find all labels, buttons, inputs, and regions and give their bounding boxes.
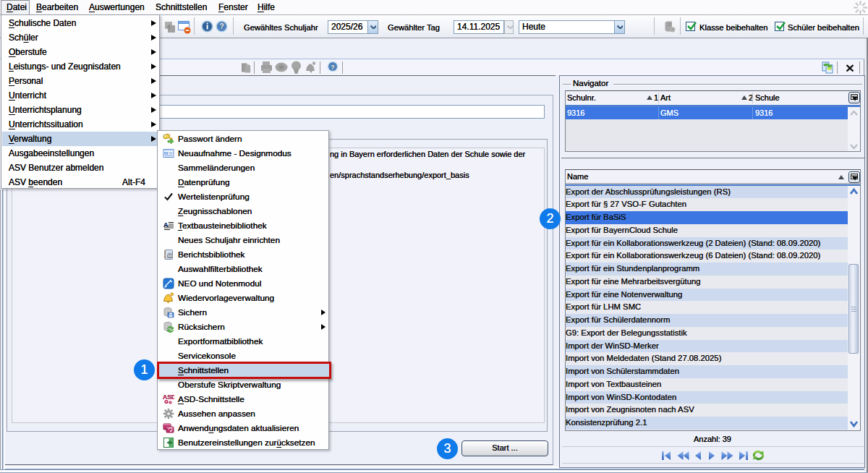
- svg-text:?: ?: [219, 22, 224, 30]
- svg-text:?: ?: [331, 63, 335, 71]
- svg-text:ASD: ASD: [163, 393, 174, 401]
